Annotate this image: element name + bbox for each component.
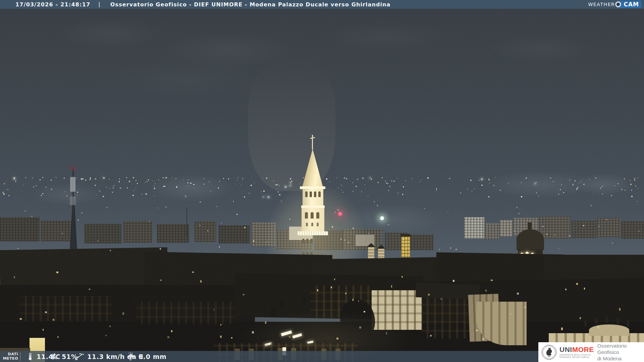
- city-light: [242, 178, 244, 179]
- city-light: [155, 183, 156, 184]
- city-light: [575, 180, 576, 181]
- city-light: [204, 184, 204, 184]
- dome-lantern: [528, 223, 532, 230]
- city-light: [145, 182, 146, 183]
- window-light: [122, 312, 124, 315]
- night-cityscape: [0, 0, 644, 362]
- dati-meteo-line2: METEO: [3, 356, 18, 361]
- city-light: [46, 187, 47, 188]
- city-light: [163, 177, 164, 178]
- city-light: [518, 213, 519, 214]
- city-light: [488, 196, 490, 197]
- window-light: [453, 280, 454, 282]
- dati-meteo-line1: DATI: [3, 352, 18, 356]
- city-light: [332, 226, 333, 228]
- city-light: [436, 188, 437, 189]
- city-light: [439, 249, 440, 250]
- palazzo-pediment: [589, 324, 629, 336]
- city-light: [77, 219, 79, 221]
- city-light: [133, 177, 134, 178]
- city-light: [23, 184, 24, 185]
- city-light: [357, 179, 358, 180]
- skyline-building: [485, 223, 499, 239]
- city-light: [76, 177, 76, 178]
- city-light: [388, 190, 389, 191]
- city-light: [133, 190, 134, 191]
- observatory-name: Osservatorio Geofisico di Modena: [597, 343, 644, 362]
- city-light: [412, 178, 413, 179]
- shaft-window: [321, 239, 323, 243]
- city-light: [602, 186, 603, 187]
- city-light: [193, 184, 194, 185]
- city-light: [612, 242, 613, 244]
- bell-tower-cap: [400, 234, 411, 237]
- window-light: [391, 285, 392, 288]
- roof-statue: [627, 320, 629, 326]
- window-light: [200, 280, 202, 282]
- cloud-wisp: [470, 30, 610, 67]
- city-light: [403, 239, 404, 240]
- city-light: [90, 179, 91, 180]
- city-light: [119, 179, 120, 180]
- chimney: [213, 295, 217, 301]
- shaft-window: [306, 239, 309, 243]
- city-light: [236, 214, 238, 215]
- city-light: [637, 178, 638, 178]
- city-light: [137, 183, 138, 184]
- city-light: [370, 177, 371, 178]
- city-light: [630, 184, 632, 185]
- light-pollution-glow: [134, 169, 248, 206]
- city-light: [147, 181, 148, 182]
- city-light: [253, 240, 254, 242]
- city-light: [51, 189, 52, 190]
- skyline-building: [123, 221, 152, 243]
- skyline-building: [157, 224, 189, 243]
- city-light: [32, 178, 33, 178]
- humidity-icon: [50, 353, 59, 361]
- city-light: [210, 190, 211, 191]
- city-light: [112, 192, 113, 193]
- roof-statue: [616, 318, 619, 324]
- city-light: [635, 185, 637, 187]
- city-light: [176, 186, 177, 188]
- city-light: [403, 186, 404, 187]
- window-light: [160, 280, 162, 281]
- city-light: [25, 177, 26, 178]
- unimore-more-text: MORE: [572, 346, 594, 353]
- title-divider: |: [98, 1, 100, 7]
- city-light: [3, 193, 5, 195]
- city-light: [95, 178, 96, 180]
- skyline-building: [597, 218, 621, 237]
- window-light: [584, 288, 585, 290]
- city-light: [77, 195, 77, 195]
- chimney: [177, 287, 180, 296]
- city-light: [97, 240, 99, 241]
- observatory-name-line2: di Modena: [597, 355, 644, 362]
- city-light: [449, 178, 450, 179]
- belfry-arch-window: [316, 212, 319, 219]
- rain-reading: 0.0 mm: [127, 351, 166, 362]
- header-bar: 17/03/2026 - 21:48:17 | Osservatorio Geo…: [0, 0, 644, 9]
- unimore-branding-box: UNIMORE UNIVERSITÀ DEGLI STUDI DI MODENA…: [538, 342, 644, 362]
- city-light: [520, 208, 520, 209]
- cloud-wisp: [302, 17, 470, 57]
- city-light: [127, 187, 128, 188]
- dim-facade-centerleft: [136, 302, 235, 324]
- window-light: [353, 299, 354, 301]
- lantern-window: [314, 191, 316, 197]
- city-light: [185, 195, 186, 196]
- city-light: [460, 192, 462, 194]
- chimney: [24, 288, 30, 297]
- city-light: [90, 177, 91, 178]
- city-light: [95, 185, 96, 186]
- city-light: [142, 194, 142, 195]
- city-light: [427, 177, 429, 179]
- city-light: [455, 249, 457, 250]
- city-light: [516, 207, 517, 208]
- city-light: [76, 178, 77, 179]
- city-light: [618, 183, 619, 184]
- window-light: [243, 294, 245, 295]
- city-light: [344, 239, 345, 241]
- window-light: [561, 327, 563, 330]
- city-light: [119, 181, 120, 182]
